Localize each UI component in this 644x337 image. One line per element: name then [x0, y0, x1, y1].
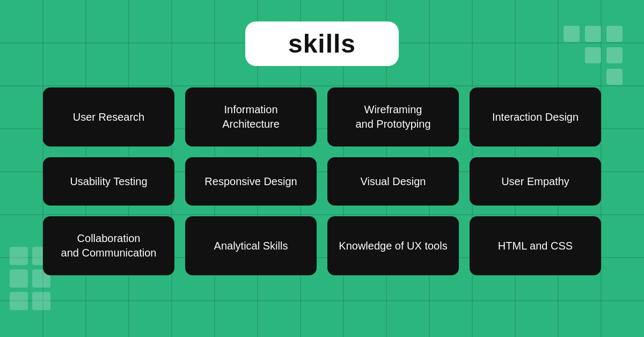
skill-card-responsive-design[interactable]: Responsive Design [185, 157, 317, 206]
skill-card-collaboration-communication[interactable]: Collaboration and Communication [43, 216, 174, 275]
skill-label-html-css: HTML and CSS [498, 239, 573, 253]
skill-label-user-research: User Research [73, 110, 144, 124]
skill-label-wireframing: Wireframing and Prototyping [355, 102, 430, 131]
skill-card-wireframing[interactable]: Wireframing and Prototyping [327, 87, 459, 146]
page-title: skills [288, 30, 356, 58]
skill-label-information-architecture: Information Architecture [196, 102, 306, 131]
skill-card-visual-design[interactable]: Visual Design [327, 157, 459, 206]
skill-label-visual-design: Visual Design [361, 174, 426, 189]
skill-card-user-empathy[interactable]: User Empathy [470, 157, 601, 206]
skill-label-user-empathy: User Empathy [501, 174, 569, 189]
skill-card-usability-testing[interactable]: Usability Testing [43, 157, 174, 206]
skill-label-knowledge-ux-tools: Knowledge of UX tools [339, 239, 447, 253]
skill-card-analytical-skills[interactable]: Analytical Skills [185, 216, 317, 275]
skills-title-box: skills [245, 21, 399, 66]
skill-label-interaction-design: Interaction Design [492, 110, 579, 124]
skill-label-collaboration-communication: Collaboration and Communication [61, 231, 157, 260]
skill-label-analytical-skills: Analytical Skills [214, 239, 288, 253]
skill-label-usability-testing: Usability Testing [70, 174, 147, 189]
skill-label-responsive-design: Responsive Design [204, 174, 297, 189]
skill-card-knowledge-ux-tools[interactable]: Knowledge of UX tools [327, 216, 459, 275]
skill-card-information-architecture[interactable]: Information Architecture [185, 87, 317, 146]
skills-grid: User ResearchInformation ArchitectureWir… [43, 87, 601, 275]
skill-card-interaction-design[interactable]: Interaction Design [470, 87, 601, 146]
skill-card-user-research[interactable]: User Research [43, 87, 174, 146]
skill-card-html-css[interactable]: HTML and CSS [470, 216, 601, 275]
